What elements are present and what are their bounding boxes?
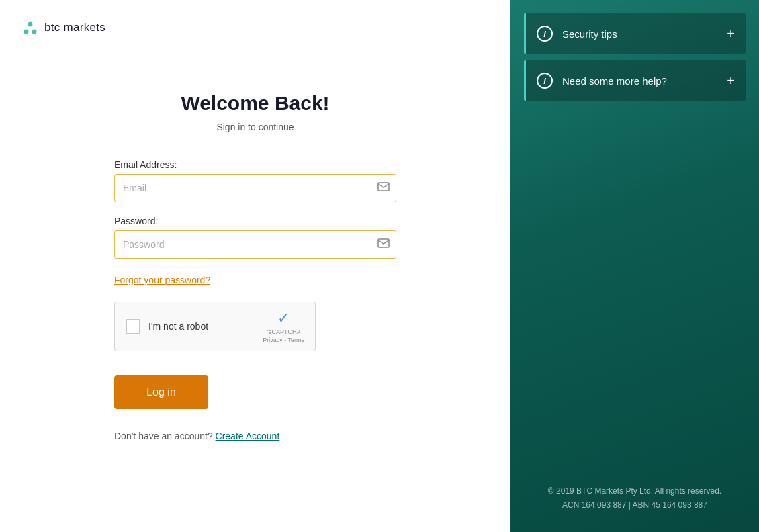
- accordion-info-icon-1: i: [537, 73, 553, 89]
- accordion-plus-icon-1: +: [727, 74, 735, 87]
- accordion-item-0[interactable]: i Security tips +: [524, 13, 746, 54]
- accordion-plus-icon-0: +: [727, 27, 735, 40]
- signin-subtitle: Sign in to continue: [216, 122, 294, 132]
- recaptcha-widget[interactable]: I'm not a robot ✓ reCAPTCHA Privacy - Te…: [114, 302, 316, 351]
- password-label: Password:: [114, 216, 396, 226]
- email-input[interactable]: [114, 174, 396, 202]
- svg-rect-3: [378, 183, 389, 191]
- recaptcha-brand: reCAPTCHA: [267, 328, 301, 335]
- password-input-wrapper: [114, 230, 396, 259]
- accordion-list: i Security tips + i Need some more help?…: [524, 13, 746, 107]
- brand-name: btc markets: [44, 21, 105, 34]
- create-account-text: Don't have an account? Create Account: [114, 431, 396, 441]
- accordion-item-1[interactable]: i Need some more help? +: [524, 60, 746, 101]
- recaptcha-checkbox[interactable]: [126, 319, 140, 334]
- logo-area: btc markets: [0, 0, 127, 55]
- no-account-label: Don't have an account?: [114, 431, 213, 441]
- password-icon: [377, 238, 390, 251]
- footer-line2: ACN 164 093 887 | ABN 45 164 093 887: [521, 498, 748, 513]
- email-input-wrapper: [114, 174, 396, 202]
- email-icon: [377, 182, 390, 194]
- form-container: Email Address: Password:: [114, 159, 396, 441]
- svg-point-1: [32, 30, 37, 34]
- accordion-label-1: Need some more help?: [562, 75, 727, 87]
- recaptcha-label: I'm not a robot: [148, 321, 255, 332]
- login-form-area: Welcome Back! Sign in to continue Email …: [0, 55, 510, 532]
- create-account-link[interactable]: Create Account: [216, 431, 280, 441]
- welcome-title: Welcome Back!: [181, 92, 329, 115]
- recaptcha-logo-icon: ✓: [277, 310, 289, 327]
- accordion-info-icon-0: i: [537, 26, 553, 42]
- recaptcha-links: Privacy - Terms: [263, 337, 304, 343]
- right-panel: i Security tips + i Need some more help?…: [510, 0, 759, 532]
- forgot-password-link[interactable]: Forgot your password?: [114, 275, 210, 285]
- svg-point-0: [24, 30, 29, 34]
- footer-line1: © 2019 BTC Markets Pty Ltd. All rights r…: [521, 484, 748, 499]
- left-panel: btc markets Welcome Back! Sign in to con…: [0, 0, 510, 532]
- accordion-label-0: Security tips: [562, 28, 727, 40]
- login-button[interactable]: Log in: [114, 375, 208, 409]
- btc-markets-logo-icon: [21, 19, 39, 36]
- email-label: Email Address:: [114, 159, 396, 170]
- recaptcha-logo-area: ✓ reCAPTCHA Privacy - Terms: [263, 310, 304, 343]
- svg-rect-4: [378, 239, 389, 247]
- svg-point-2: [28, 22, 33, 27]
- password-input[interactable]: [114, 230, 396, 259]
- right-footer: © 2019 BTC Markets Pty Ltd. All rights r…: [510, 484, 759, 513]
